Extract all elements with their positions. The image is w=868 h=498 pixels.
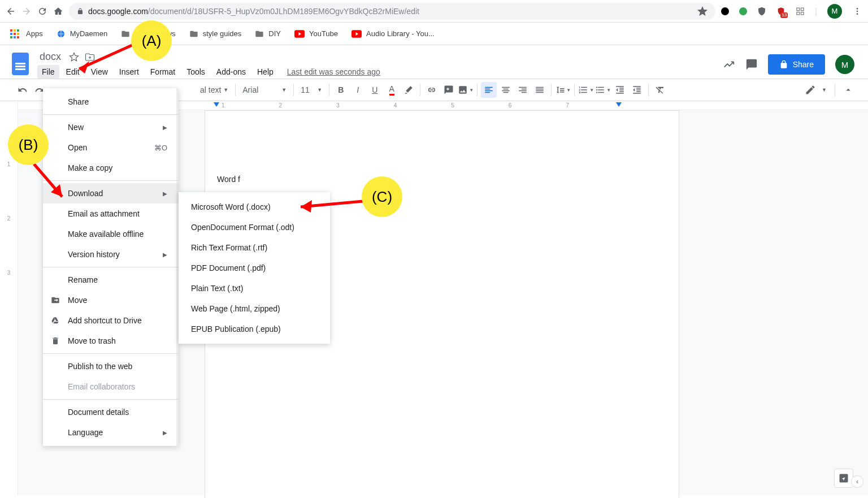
menu-item-details[interactable]: Document details xyxy=(43,402,179,422)
globe-icon xyxy=(57,29,66,38)
kebab-menu-icon[interactable] xyxy=(852,6,862,16)
menu-item-new[interactable]: New▶ xyxy=(43,117,179,137)
docs-logo-icon[interactable] xyxy=(9,50,32,78)
forward-icon[interactable] xyxy=(21,6,32,16)
youtube-icon xyxy=(294,30,305,38)
star-icon[interactable] xyxy=(697,6,708,16)
align-center-icon[interactable] xyxy=(498,82,514,98)
browser-toolbar: docs.google.com/document/d/18USFR-5_HupV… xyxy=(0,0,868,23)
menu-item-email-collaborators: Email collaborators xyxy=(43,376,179,397)
annotation-arrow-b xyxy=(27,158,78,209)
svg-point-4 xyxy=(857,8,858,10)
annotation-c: (C) xyxy=(362,176,402,217)
undo-icon[interactable] xyxy=(15,82,31,98)
underline-icon[interactable]: U xyxy=(367,82,383,98)
menu-item-add-shortcut[interactable]: Add shortcut to Drive xyxy=(43,310,179,331)
back-icon[interactable] xyxy=(6,6,16,16)
annotation-a: (A) xyxy=(131,20,172,61)
paragraph-style-select[interactable]: al text▼ xyxy=(197,85,232,94)
menu-item-version-history[interactable]: Version history▶ xyxy=(43,244,179,265)
menu-item-offline[interactable]: Make available offline xyxy=(43,224,179,244)
menu-item-share[interactable]: Share xyxy=(43,92,179,112)
extension-icon-3[interactable] xyxy=(757,7,766,16)
extension-icon-1[interactable] xyxy=(721,7,729,15)
editing-mode-icon[interactable] xyxy=(805,84,816,96)
align-right-icon[interactable] xyxy=(515,82,531,98)
menu-item-language[interactable]: Language▶ xyxy=(43,422,179,443)
bookmark-style-guides[interactable]: style guides xyxy=(189,29,242,38)
annotation-arrow-a xyxy=(68,40,141,79)
folder-icon xyxy=(121,29,130,38)
submenu-item-rtf[interactable]: Rich Text Format (.rtf) xyxy=(179,237,330,258)
extension-icon-2[interactable] xyxy=(739,7,747,15)
menu-format[interactable]: Format xyxy=(146,65,180,79)
menu-item-move[interactable]: Move xyxy=(43,290,179,310)
reload-icon[interactable] xyxy=(37,6,47,16)
bookmark-folder-1[interactable] xyxy=(121,29,130,38)
profile-avatar[interactable]: M xyxy=(827,4,842,19)
align-justify-icon[interactable] xyxy=(532,82,548,98)
font-select[interactable]: Arial▼ xyxy=(239,85,290,94)
side-panel-toggle[interactable]: ‹ xyxy=(851,475,863,488)
submenu-item-odt[interactable]: OpenDocument Format (.odt) xyxy=(179,217,330,237)
bookmark-youtube[interactable]: YouTube xyxy=(294,29,338,38)
menu-item-publish[interactable]: Publish to the web xyxy=(43,356,179,376)
submenu-item-pdf[interactable]: PDF Document (.pdf) xyxy=(179,258,330,278)
add-comment-icon[interactable] xyxy=(441,82,457,98)
svg-point-6 xyxy=(857,13,858,15)
document-title[interactable]: docx xyxy=(37,50,63,64)
home-icon[interactable] xyxy=(53,6,63,16)
apps-grid-icon xyxy=(10,29,19,38)
bulleted-list-icon[interactable]: ▼ xyxy=(595,82,611,98)
menu-item-rename[interactable]: Rename xyxy=(43,270,179,290)
font-size-select[interactable]: 11▼ xyxy=(297,85,326,94)
extension-icon-4[interactable]: 13 xyxy=(776,7,785,16)
url-domain: docs.google.com xyxy=(88,7,148,16)
menu-help[interactable]: Help xyxy=(253,65,278,79)
numbered-list-icon[interactable]: ▼ xyxy=(578,82,594,98)
file-menu-dropdown: Share New▶ Open⌘O Make a copy Download▶ … xyxy=(43,88,179,446)
lock-icon xyxy=(77,8,84,15)
line-spacing-icon[interactable]: ▼ xyxy=(555,82,571,98)
submenu-item-txt[interactable]: Plain Text (.txt) xyxy=(179,278,330,298)
comments-icon[interactable] xyxy=(745,58,758,71)
italic-icon[interactable]: I xyxy=(350,82,366,98)
insert-image-icon[interactable]: ▼ xyxy=(458,82,474,98)
decrease-indent-icon[interactable] xyxy=(612,82,628,98)
menu-item-trash[interactable]: Move to trash xyxy=(43,331,179,351)
bookmark-mydaemen[interactable]: MyDaemen xyxy=(57,29,107,38)
menu-file[interactable]: File xyxy=(37,65,59,79)
menu-tools[interactable]: Tools xyxy=(182,65,210,79)
submenu-item-epub[interactable]: EPUB Publication (.epub) xyxy=(179,319,330,339)
activity-icon[interactable] xyxy=(723,58,735,71)
submenu-item-html[interactable]: Web Page (.html, zipped) xyxy=(179,298,330,319)
highlight-icon[interactable] xyxy=(401,82,416,98)
bold-icon[interactable]: B xyxy=(333,82,349,98)
share-button[interactable]: Share xyxy=(768,54,825,75)
bookmark-audio-library[interactable]: Audio Library - You... xyxy=(351,29,435,38)
bookmark-diy[interactable]: DIY xyxy=(255,29,281,38)
last-edit-link[interactable]: Last edit was seconds ago xyxy=(287,67,380,76)
collapse-icon[interactable] xyxy=(843,85,853,95)
menu-addons[interactable]: Add-ons xyxy=(212,65,250,79)
explore-button[interactable] xyxy=(834,469,853,488)
move-icon xyxy=(51,296,60,305)
drive-icon xyxy=(51,316,60,325)
address-bar[interactable]: docs.google.com/document/d/18USFR-5_HupV… xyxy=(69,3,715,20)
svg-rect-2 xyxy=(797,12,800,15)
svg-rect-0 xyxy=(797,8,800,11)
increase-indent-icon[interactable] xyxy=(629,82,645,98)
browser-extensions: 13 | M xyxy=(721,4,862,19)
menu-item-open[interactable]: Open⌘O xyxy=(43,137,179,158)
account-avatar[interactable]: M xyxy=(835,55,854,74)
annotation-arrow-c xyxy=(290,193,370,216)
extension-icon-5[interactable] xyxy=(796,7,805,16)
link-icon[interactable] xyxy=(424,82,440,98)
clear-formatting-icon[interactable] xyxy=(652,82,668,98)
folder-icon xyxy=(255,29,264,38)
url-path: /document/d/18USFR-5_HupVz0m0JLhDM189EM6… xyxy=(148,7,419,16)
text-color-icon[interactable]: A xyxy=(384,82,400,98)
bookmark-apps[interactable]: Apps xyxy=(10,29,43,38)
align-left-icon[interactable] xyxy=(481,82,497,98)
svg-point-5 xyxy=(857,10,858,12)
